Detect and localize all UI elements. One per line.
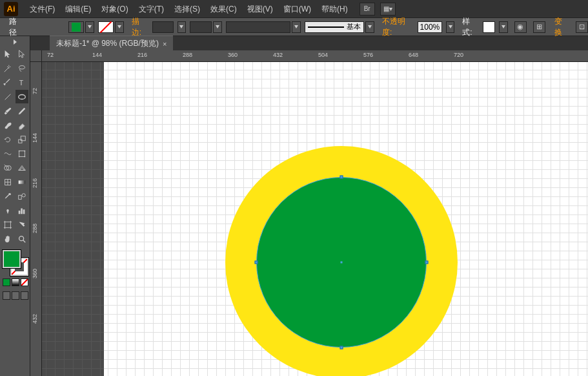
line-segment-tool[interactable]	[1, 90, 15, 103]
stroke-weight-dropdown[interactable]	[177, 21, 186, 33]
svg-rect-18	[21, 208, 23, 214]
recolor-artwork-icon[interactable]: ◉	[514, 21, 527, 33]
fill-color-swatch[interactable]	[68, 21, 84, 33]
brush-definition-input[interactable]	[226, 21, 290, 33]
scale-tool[interactable]	[15, 132, 29, 146]
opacity-input[interactable]: 100%	[418, 21, 442, 33]
menu-type[interactable]: 文字(T)	[134, 0, 169, 18]
close-icon[interactable]: ×	[163, 40, 167, 48]
anchor-bottom[interactable]	[340, 346, 343, 350]
anchor-right[interactable]	[425, 261, 429, 264]
pasteboard-grid	[42, 62, 104, 376]
color-mode-row	[3, 278, 28, 286]
stroke-color-dropdown[interactable]	[115, 21, 124, 33]
opacity-dropdown[interactable]	[446, 21, 454, 33]
draw-inside[interactable]	[21, 291, 28, 300]
blob-brush-tool[interactable]	[1, 118, 15, 132]
blend-tool[interactable]	[15, 189, 29, 203]
screen-mode-row	[3, 291, 28, 300]
brush-dropdown[interactable]	[292, 21, 301, 33]
fill-stroke-control[interactable]	[3, 250, 28, 276]
document-tab-title: 未标题-1* @ 98% (RGB/预览)	[56, 38, 159, 49]
svg-rect-4	[19, 140, 22, 143]
color-mode-none[interactable]	[21, 278, 28, 286]
menu-select[interactable]: 选择(S)	[169, 0, 205, 18]
var-width-profile[interactable]	[190, 21, 222, 33]
draw-behind[interactable]	[12, 291, 19, 300]
width-tool[interactable]	[1, 147, 15, 160]
free-transform-tool[interactable]	[15, 147, 29, 160]
paintbrush-tool[interactable]	[1, 104, 15, 118]
arrange-documents-button[interactable]: ▦▾	[380, 3, 396, 16]
selection-tool[interactable]	[1, 47, 15, 61]
column-graph-tool[interactable]	[15, 204, 29, 217]
anchor-left[interactable]	[255, 261, 258, 264]
slice-tool[interactable]	[15, 218, 29, 231]
menu-view[interactable]: 视图(V)	[242, 0, 278, 18]
menu-window[interactable]: 窗口(W)	[278, 0, 316, 18]
color-mode-solid[interactable]	[3, 278, 10, 286]
bridge-button[interactable]: Br	[360, 3, 375, 16]
menu-object[interactable]: 对象(O)	[96, 0, 133, 18]
transform-panel-label[interactable]: 变换	[554, 16, 569, 38]
isolate-object-icon[interactable]: ⊡	[576, 21, 588, 33]
center-point[interactable]	[341, 262, 343, 264]
graphic-style-dropdown[interactable]	[499, 21, 507, 33]
svg-point-9	[19, 156, 20, 157]
brush-preset[interactable]: 基本	[305, 21, 364, 33]
artboard-tool[interactable]	[1, 218, 15, 231]
svg-point-21	[19, 236, 23, 240]
gradient-tool[interactable]	[15, 175, 29, 189]
hand-tool[interactable]	[1, 232, 15, 245]
stroke-weight-input[interactable]	[152, 21, 174, 33]
draw-normal[interactable]	[3, 291, 10, 300]
brush-preset-dropdown[interactable]	[365, 21, 374, 33]
toolbar-flyout-icon[interactable]	[11, 39, 19, 45]
selection-type-label: 路径	[9, 16, 24, 38]
pencil-tool[interactable]	[15, 104, 29, 118]
type-tool[interactable]: T	[15, 76, 29, 89]
fill-color-box[interactable]	[3, 250, 21, 268]
menu-file[interactable]: 文件(F)	[25, 0, 60, 18]
anchor-top[interactable]	[340, 176, 343, 179]
ruler-origin[interactable]	[30, 50, 42, 62]
horizontal-ruler[interactable]: 72 144 216 288 360 432 504 576 648 720	[42, 50, 588, 62]
svg-rect-5	[21, 136, 25, 140]
svg-point-16	[22, 193, 25, 196]
svg-point-7	[19, 150, 20, 151]
direct-selection-tool[interactable]	[15, 47, 29, 61]
document-tab[interactable]: 未标题-1* @ 98% (RGB/预览) ×	[50, 36, 173, 51]
brush-stroke-preview-icon	[308, 26, 344, 28]
stroke-weight-label[interactable]: 描边:	[132, 16, 148, 38]
fill-color-dropdown[interactable]	[85, 21, 94, 33]
color-mode-gradient[interactable]	[12, 278, 19, 286]
align-panel-icon[interactable]: ⊞	[533, 21, 545, 33]
rotate-tool[interactable]	[1, 132, 15, 146]
document-tab-bar: 未标题-1* @ 98% (RGB/预览) ×	[30, 36, 588, 50]
menu-edit[interactable]: 编辑(E)	[60, 0, 96, 18]
opacity-label[interactable]: 不透明度:	[382, 16, 414, 38]
shape-builder-tool[interactable]	[1, 161, 15, 174]
eraser-tool[interactable]	[15, 118, 29, 132]
stroke-color-swatch[interactable]	[98, 21, 114, 33]
eyedropper-tool[interactable]	[1, 189, 15, 203]
graphic-style-swatch[interactable]	[483, 21, 495, 33]
svg-text:T: T	[19, 79, 23, 87]
vertical-ruler[interactable]: 72 144 216 288 360 432	[30, 62, 42, 376]
pen-tool[interactable]	[1, 76, 15, 89]
magic-wand-tool[interactable]	[1, 61, 15, 75]
mesh-tool[interactable]	[1, 175, 15, 189]
symbol-sprayer-tool[interactable]	[1, 204, 15, 217]
toolbar: T	[0, 36, 30, 376]
lasso-tool[interactable]	[15, 61, 29, 75]
ellipse-tool[interactable]	[15, 90, 29, 103]
perspective-grid-tool[interactable]	[15, 161, 29, 174]
options-bar: 路径 描边: 基本 不透明度: 100% 样式: ◉ ⊞ 变换 ⊡	[0, 18, 588, 36]
svg-rect-6	[19, 151, 25, 156]
zoom-tool[interactable]	[15, 232, 29, 245]
brush-preset-group: 基本	[305, 21, 374, 33]
canvas[interactable]	[42, 62, 588, 376]
menu-effect[interactable]: 效果(C)	[205, 0, 242, 18]
menu-help[interactable]: 帮助(H)	[316, 0, 353, 18]
brush-group	[226, 21, 301, 33]
